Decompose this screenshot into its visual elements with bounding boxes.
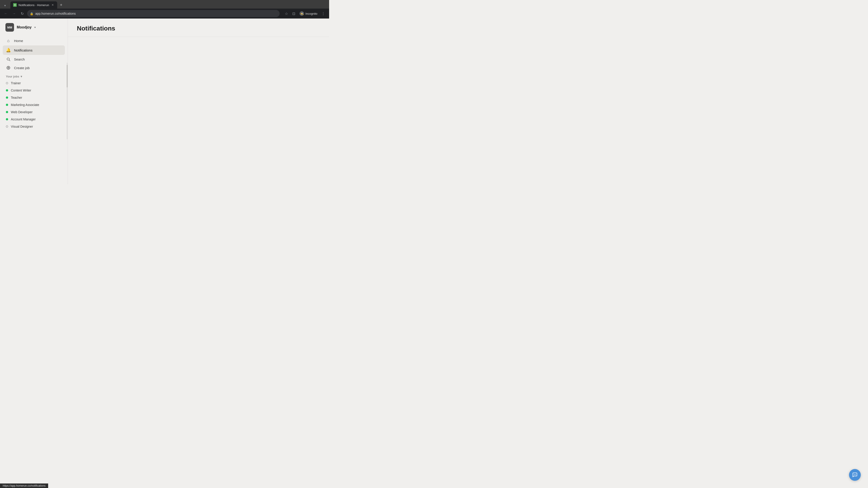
sidebar-item-create-job-label: Create job [14, 66, 30, 70]
main-content: Notifications [68, 19, 329, 184]
active-tab[interactable]: H Notifications · Homerun ✕ [10, 1, 57, 8]
back-btn[interactable]: ← [3, 10, 9, 17]
nav-bar: ← → ↻ 🔒 app.homerun.co/notifications ☆ ⊡… [0, 8, 329, 19]
job-item-teacher[interactable]: Teacher [3, 94, 65, 101]
tab-close-btn[interactable]: ✕ [51, 3, 55, 7]
job-label-marketing-associate: Marketing Associate [11, 103, 39, 107]
sidebar-nav: ⌂ Home 🔔 Notifications Search Create job [0, 36, 68, 72]
tab-favicon: H [13, 3, 17, 7]
job-status-dot-account-manager [6, 118, 8, 121]
sidebar-item-create-job[interactable]: Create job [3, 64, 65, 72]
bookmark-btn[interactable]: ☆ [283, 10, 289, 17]
job-status-dot-visual-designer [6, 125, 8, 128]
incognito-badge: 🕵 Incognito [298, 10, 319, 17]
home-icon: ⌂ [6, 38, 11, 43]
job-item-visual-designer[interactable]: Visual Designer [3, 123, 65, 130]
job-label-trainer: Trainer [11, 81, 21, 85]
app-container: MM Moodjoy ▾ ⌂ Home 🔔 Notifications Sear… [0, 19, 329, 184]
org-switcher[interactable]: MM Moodjoy ▾ [0, 19, 68, 36]
sidebar-jobs-section: Your jobs ▾ Trainer Content Writer Teach… [0, 72, 68, 184]
job-label-account-manager: Account Manager [11, 118, 36, 121]
org-name: Moodjoy [17, 25, 32, 29]
reload-btn[interactable]: ↻ [19, 10, 25, 17]
job-status-dot-trainer [6, 82, 8, 84]
sidebar-item-notifications[interactable]: 🔔 Notifications [3, 45, 65, 55]
plus-icon [6, 66, 11, 70]
jobs-section-label[interactable]: Your jobs ▾ [3, 72, 65, 79]
page-title: Notifications [77, 25, 320, 32]
new-tab-btn[interactable]: + [58, 1, 64, 8]
job-status-dot-teacher [6, 96, 8, 99]
tab-title: Notifications · Homerun [19, 3, 49, 7]
sidebar-item-search-label: Search [14, 57, 25, 61]
job-item-account-manager[interactable]: Account Manager [3, 116, 65, 123]
bell-icon: 🔔 [6, 48, 11, 53]
search-icon [6, 57, 11, 61]
tab-list-btn[interactable]: ▾ [2, 2, 8, 8]
job-item-content-writer[interactable]: Content Writer [3, 87, 65, 94]
page-body: You're all caught up Well done! Take a b… [68, 37, 329, 184]
sidebar-item-search[interactable]: Search [3, 55, 65, 64]
split-view-btn[interactable]: ⊡ [290, 10, 297, 17]
sidebar-item-home[interactable]: ⌂ Home [3, 36, 65, 45]
sidebar-item-home-label: Home [14, 39, 23, 43]
job-label-teacher: Teacher [11, 96, 22, 99]
job-item-marketing-associate[interactable]: Marketing Associate [3, 101, 65, 108]
page-header: Notifications [68, 19, 329, 37]
svg-line-1 [9, 60, 10, 61]
tab-bar: ▾ H Notifications · Homerun ✕ + [0, 0, 329, 8]
nav-actions: ☆ ⊡ 🕵 Incognito ⋮ [283, 10, 327, 17]
job-label-content-writer: Content Writer [11, 89, 31, 92]
sidebar-item-notifications-label: Notifications [14, 48, 33, 52]
incognito-label: Incognito [305, 12, 317, 15]
forward-btn[interactable]: → [11, 10, 17, 17]
sidebar: MM Moodjoy ▾ ⌂ Home 🔔 Notifications Sear… [0, 19, 68, 184]
job-label-web-developer: Web Developer [11, 110, 33, 114]
address-bar[interactable]: 🔒 app.homerun.co/notifications [27, 10, 280, 17]
chevron-jobs-icon: ▾ [21, 75, 22, 78]
incognito-icon: 🕵 [300, 11, 304, 16]
sidebar-scrollbar [67, 63, 68, 139]
sidebar-scrollbar-thumb [67, 65, 68, 88]
address-icon: 🔒 [30, 12, 33, 15]
job-label-visual-designer: Visual Designer [11, 125, 33, 128]
job-item-trainer[interactable]: Trainer [3, 79, 65, 87]
job-status-dot-marketing-associate [6, 104, 8, 106]
avatar: MM [5, 23, 14, 32]
url-display: app.homerun.co/notifications [35, 12, 76, 15]
job-item-web-developer[interactable]: Web Developer [3, 108, 65, 116]
job-status-dot-web-developer [6, 111, 8, 113]
job-status-dot-content-writer [6, 89, 8, 92]
chevron-down-icon: ▾ [34, 26, 36, 29]
browser-chrome: ▾ H Notifications · Homerun ✕ + ← → ↻ 🔒 … [0, 0, 329, 19]
menu-btn[interactable]: ⋮ [320, 10, 327, 17]
